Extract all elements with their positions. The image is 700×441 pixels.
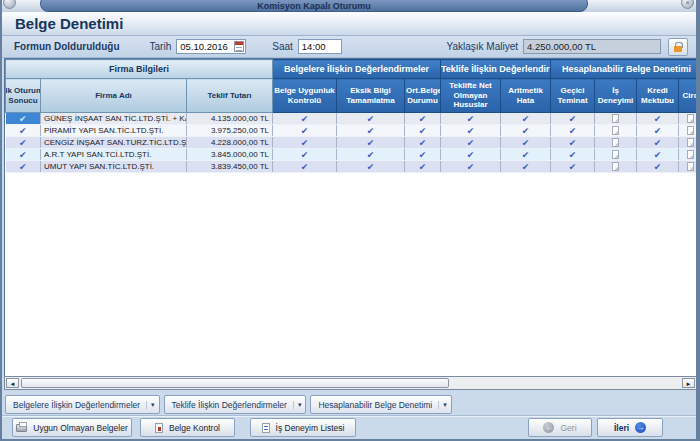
- window-title-tab: Komisyon Kapalı Oturumu: [40, 0, 588, 12]
- table-row[interactable]: UMUT YAPI SAN.TİC.LTD.ŞTİ. 3.839.450,00 …: [6, 161, 698, 173]
- column-header-row: İlk Oturum Sonucu Firma Adı Teklif Tutar…: [6, 79, 698, 113]
- dropdown-row: Belgelere İlişkin Değerlendirmeler Tekli…: [2, 390, 696, 414]
- check-icon: [19, 127, 27, 136]
- lock-button[interactable]: [668, 38, 688, 56]
- group-firma-bilgileri: Firma Bilgileri: [6, 60, 273, 79]
- check-icon: [19, 139, 27, 148]
- list-document-icon: [262, 423, 270, 433]
- group-header-row: Firma Bilgileri Belgelere İlişkin Değerl…: [6, 60, 698, 79]
- document-icon: [612, 162, 619, 171]
- cost-label: Yaklaşık Maliyet: [446, 41, 518, 52]
- arrow-left-icon: [543, 422, 554, 433]
- application-window: Komisyon Kapalı Oturumu Belge Denetimi F…: [0, 0, 700, 441]
- firma-adi-cell: PİRAMİT YAPI SAN.TİC.LTD.ŞTİ.: [41, 125, 187, 137]
- arrow-right-icon: [635, 422, 646, 433]
- teklif-tutari-cell: 4.228.000,00 TL: [187, 137, 273, 149]
- check-icon: [654, 151, 662, 160]
- document-icon: [612, 114, 619, 123]
- dropdown-hesaplanabilir[interactable]: Hesaplanabilir Belge Denetimi: [310, 395, 451, 414]
- col-header-ort-belge: Ort.Belge Durumu: [405, 79, 441, 113]
- check-icon: [569, 151, 577, 160]
- uygun-olmayan-belgeler-button[interactable]: Uygun Olmayan Belgeler: [12, 418, 132, 437]
- check-icon: [419, 139, 427, 148]
- group-teklife-iliskin: Teklife İlişkin Değerlendirmeler: [441, 60, 551, 79]
- document-icon: [687, 126, 694, 135]
- bottom-panel: Belgelere İlişkin Değerlendirmeler Tekli…: [2, 390, 696, 439]
- table-row[interactable]: PİRAMİT YAPI SAN.TİC.LTD.ŞTİ. 3.975.250,…: [6, 125, 698, 137]
- scroll-right-icon[interactable]: [682, 378, 695, 388]
- check-icon: [19, 115, 27, 124]
- check-icon: [301, 127, 309, 136]
- firma-adi-cell: A.R.T YAPI SAN.TCİ.LTD.ŞTİ.: [41, 149, 187, 161]
- check-icon: [301, 151, 309, 160]
- check-icon: [654, 139, 662, 148]
- date-label: Tarih: [150, 41, 172, 52]
- chevron-down-icon: [438, 401, 447, 409]
- page-title: Belge Denetimi: [15, 15, 123, 32]
- group-hesaplanabilir: Hesaplanabilir Belge Denetimi: [551, 60, 697, 79]
- time-input[interactable]: [298, 39, 342, 54]
- check-icon: [367, 139, 375, 148]
- lock-icon: [674, 46, 682, 52]
- col-header-is-deneyimi: İş Deneyimi: [595, 79, 637, 113]
- col-header-teklifte-net: Teklifte Net Olmayan Hususlar: [441, 79, 501, 113]
- printer-icon: [16, 424, 27, 432]
- firma-adi-cell: GÜNEŞ İNŞAAT SAN.TİC.LTD.ŞTİ. + KARE YA: [41, 113, 187, 125]
- firma-adi-cell: UMUT YAPI SAN.TİC.LTD.ŞTİ.: [41, 161, 187, 173]
- teklif-tutari-cell: 4.135.000,00 TL: [187, 113, 273, 125]
- horizontal-scrollbar[interactable]: [4, 376, 697, 390]
- check-icon: [301, 163, 309, 172]
- chevron-down-icon: [293, 401, 302, 409]
- check-icon: [419, 115, 427, 124]
- check-icon: [569, 115, 577, 124]
- document-icon: [687, 114, 694, 123]
- check-icon: [654, 163, 662, 172]
- col-header-gecici-teminat: Geçici Teminat: [551, 79, 595, 113]
- col-header-kredi-mektubu: Kredi Mektubu: [637, 79, 679, 113]
- scroll-left-icon[interactable]: [6, 378, 19, 388]
- calendar-icon[interactable]: [234, 41, 244, 52]
- table-area: Firma Bilgileri Belgelere İlişkin Değerl…: [4, 58, 697, 390]
- dropdown-teklife-iliskin[interactable]: Teklife İlişkin Değerlendirmeler: [164, 395, 307, 414]
- document-icon: [612, 126, 619, 135]
- tender-table: Firma Bilgileri Belgelere İlişkin Değerl…: [5, 59, 697, 173]
- belge-kontrol-button[interactable]: Belge Kontrol: [140, 418, 235, 437]
- check-icon: [367, 127, 375, 136]
- check-icon: [467, 151, 475, 160]
- document-icon: [612, 150, 619, 159]
- form-filled-label: Formun Doldurulduğu: [14, 41, 120, 52]
- window-title: Komisyon Kapalı Oturumu: [41, 0, 587, 12]
- check-icon: [569, 139, 577, 148]
- check-icon: [522, 115, 530, 124]
- col-header-aritmetik-hata: Aritmetik Hata: [501, 79, 551, 113]
- check-icon: [19, 163, 27, 172]
- scrollbar-thumb[interactable]: [21, 378, 449, 388]
- check-icon: [569, 163, 577, 172]
- check-icon: [522, 151, 530, 160]
- check-icon: [367, 163, 375, 172]
- check-icon: [301, 115, 309, 124]
- geri-button[interactable]: Geri: [528, 418, 592, 437]
- cost-input[interactable]: [523, 39, 661, 54]
- check-icon: [419, 151, 427, 160]
- actions-row: Uygun Olmayan Belgeler Belge Kontrol İş …: [2, 415, 696, 439]
- check-icon: [467, 127, 475, 136]
- ileri-button[interactable]: İleri: [597, 418, 663, 437]
- table-row[interactable]: CENGİZ İNŞAAT SAN.TURZ.TİC.LTD.ŞTİ. 4.22…: [6, 137, 698, 149]
- col-header-ciro: Ciro: [679, 79, 697, 113]
- check-icon: [419, 127, 427, 136]
- table-viewport: Firma Bilgileri Belgelere İlişkin Değerl…: [4, 58, 697, 376]
- teklif-tutari-cell: 3.839.450,00 TL: [187, 161, 273, 173]
- teklif-tutari-cell: 3.975.250,00 TL: [187, 125, 273, 137]
- firma-adi-cell: CENGİZ İNŞAAT SAN.TURZ.TİC.LTD.ŞTİ.: [41, 137, 187, 149]
- form-row: Formun Doldurulduğu Tarih Saat Yaklaşık …: [2, 36, 696, 58]
- table-row[interactable]: GÜNEŞ İNŞAAT SAN.TİC.LTD.ŞTİ. + KARE YA …: [6, 113, 698, 125]
- check-icon: [367, 115, 375, 124]
- check-icon: [467, 139, 475, 148]
- table-row[interactable]: A.R.T YAPI SAN.TCİ.LTD.ŞTİ. 3.845.000,00…: [6, 149, 698, 161]
- check-icon: [301, 139, 309, 148]
- document-icon: [687, 138, 694, 147]
- col-header-teklif-tutari: Teklif Tutarı: [187, 79, 273, 113]
- is-deneyim-listesi-button[interactable]: İş Deneyim Listesi: [250, 418, 356, 437]
- dropdown-belgelere-iliskin[interactable]: Belgelere İlişkin Değerlendirmeler: [5, 395, 160, 414]
